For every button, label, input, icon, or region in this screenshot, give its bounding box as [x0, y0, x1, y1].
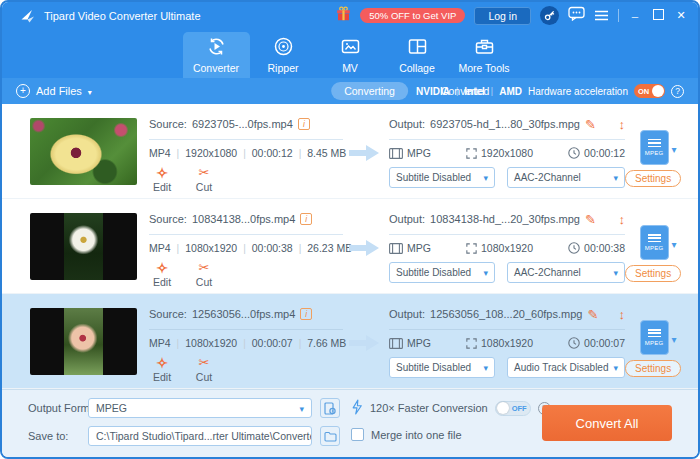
cut-label: Cut: [196, 181, 212, 193]
edit-icon: [156, 166, 168, 180]
chevron-down-icon: [294, 402, 304, 414]
profile-icon: [648, 329, 661, 337]
help-icon[interactable]: [671, 85, 684, 98]
tab-more-tools[interactable]: More Tools: [451, 32, 518, 78]
source-size: 8.45 MB: [307, 147, 346, 159]
output-format-dropdown[interactable]: MPEG: [88, 398, 312, 418]
save-to-dropdown[interactable]: C:\Tipard Studio\Tipard...rter Ultimate\…: [88, 426, 312, 446]
scissors-icon: [199, 261, 210, 275]
tab-collage[interactable]: Collage: [384, 32, 451, 78]
output-profile-button[interactable]: MPEG: [640, 225, 669, 260]
settings-button[interactable]: Settings: [625, 265, 681, 282]
source-prefix: Source:: [149, 118, 187, 130]
info-icon[interactable]: [300, 308, 312, 320]
convert-all-button[interactable]: Convert All: [542, 405, 672, 441]
tab-label: Ripper: [268, 62, 299, 74]
tab-mv[interactable]: MV: [317, 32, 384, 78]
login-button[interactable]: Log in: [474, 7, 531, 25]
video-thumbnail[interactable]: [30, 308, 137, 375]
minimize-button[interactable]: [628, 10, 642, 22]
edit-button[interactable]: Edit: [149, 261, 175, 288]
faster-conversion-toggle[interactable]: OFF: [495, 401, 531, 416]
edit-label: Edit: [153, 371, 171, 383]
main-tabs: Converter Ripper MV Collage More Tools: [2, 29, 698, 78]
output-prefix: Output:: [389, 308, 425, 320]
feedback-icon[interactable]: [568, 6, 585, 25]
profile-caret-icon[interactable]: [672, 234, 677, 252]
info-icon[interactable]: [300, 213, 312, 225]
meta-divider: |: [299, 148, 302, 159]
register-key-icon[interactable]: [540, 6, 559, 25]
audio-dropdown[interactable]: Audio Track Disabled: [507, 357, 625, 378]
close-button[interactable]: [674, 9, 688, 22]
app-window: Tipard Video Converter Ultimate 50% OFF …: [0, 0, 700, 459]
tab-label: Converter: [193, 62, 239, 74]
output-profile-button[interactable]: MPEG: [640, 130, 669, 165]
divider: [389, 234, 625, 235]
app-title: Tipard Video Converter Ultimate: [44, 10, 201, 22]
file-row[interactable]: Source: 6923705-...0fps.mp4 MP4| 1920x10…: [2, 104, 698, 199]
file-list: Source: 6923705-...0fps.mp4 MP4| 1920x10…: [2, 104, 698, 389]
subtitle-value: Subtitle Disabled: [396, 172, 471, 183]
audio-dropdown[interactable]: AAC-2Channel: [507, 262, 625, 283]
video-thumbnail[interactable]: [30, 118, 137, 185]
merge-checkbox[interactable]: [351, 428, 364, 441]
rename-icon[interactable]: [587, 307, 598, 322]
gift-icon[interactable]: [336, 6, 351, 25]
chevron-down-icon: [478, 172, 488, 183]
vip-offer-badge[interactable]: 50% OFF to Get VIP: [360, 8, 465, 23]
profile-caret-icon[interactable]: [672, 329, 677, 347]
output-duration: 00:00:38: [584, 242, 625, 254]
open-folder-button[interactable]: [320, 426, 340, 446]
edit-button[interactable]: Edit: [149, 166, 175, 193]
tab-label: MV: [342, 62, 358, 74]
source-duration: 00:00:12: [252, 147, 293, 159]
output-prefix: Output:: [389, 213, 425, 225]
file-row[interactable]: Source: 12563056...0fps.mp4 MP4| 1080x19…: [2, 294, 698, 389]
profile-caret-icon[interactable]: [672, 139, 677, 157]
subtitle-dropdown[interactable]: Subtitle Disabled: [389, 167, 495, 188]
cut-label: Cut: [196, 371, 212, 383]
hw-accel-label: Hardware acceleration: [528, 86, 628, 97]
divider: [149, 139, 343, 140]
audio-dropdown[interactable]: AAC-2Channel: [507, 167, 625, 188]
meta-divider: |: [177, 243, 180, 254]
chevron-down-icon: [88, 85, 92, 97]
rename-icon[interactable]: [585, 117, 596, 132]
edit-icon: [156, 261, 168, 275]
converting-tab[interactable]: Converting: [331, 82, 408, 100]
video-thumbnail[interactable]: [30, 213, 137, 280]
settings-button[interactable]: Settings: [625, 170, 681, 187]
cut-button[interactable]: Cut: [191, 166, 217, 193]
add-files-button[interactable]: Add Files: [16, 84, 92, 98]
save-to-label: Save to:: [28, 426, 68, 446]
hw-accel-toggle[interactable]: ON: [634, 84, 665, 98]
merge-option[interactable]: Merge into one file: [351, 428, 462, 441]
cut-button[interactable]: Cut: [191, 356, 217, 383]
scissors-icon: [199, 356, 210, 370]
menu-icon[interactable]: [594, 7, 609, 25]
tab-ripper[interactable]: Ripper: [250, 32, 317, 78]
profile-icon: [648, 234, 661, 242]
source-size: 26.23 MB: [307, 242, 352, 254]
output-profile-button[interactable]: MPEG: [640, 320, 669, 355]
settings-button[interactable]: Settings: [625, 360, 681, 377]
film-icon: [389, 338, 403, 349]
maximize-button[interactable]: [651, 9, 665, 22]
subtitle-value: Subtitle Disabled: [396, 267, 471, 278]
cut-label: Cut: [196, 276, 212, 288]
apply-to-all-button[interactable]: [320, 398, 340, 418]
cut-button[interactable]: Cut: [191, 261, 217, 288]
subtitle-dropdown[interactable]: Subtitle Disabled: [389, 357, 495, 378]
clock-icon: [568, 147, 580, 159]
rename-icon[interactable]: [585, 212, 596, 227]
subtitle-dropdown[interactable]: Subtitle Disabled: [389, 262, 495, 283]
info-icon[interactable]: [298, 118, 310, 130]
divider: [149, 329, 343, 330]
mv-icon: [340, 36, 361, 59]
file-row[interactable]: Source: 10834138...0fps.mp4 MP4| 1080x19…: [2, 199, 698, 294]
edit-icon: [156, 356, 168, 370]
edit-button[interactable]: Edit: [149, 356, 175, 383]
tab-converter[interactable]: Converter: [183, 32, 250, 78]
clock-icon: [568, 242, 580, 254]
